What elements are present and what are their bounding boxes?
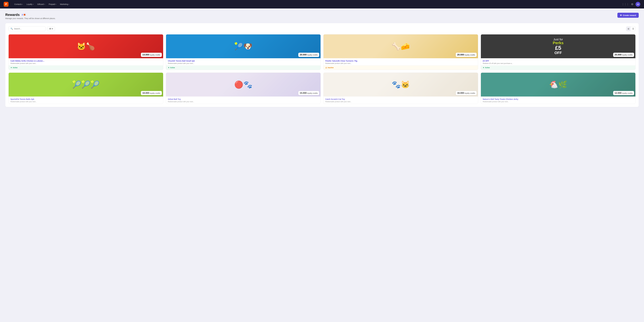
- active-status-icon: ✦: [10, 66, 12, 69]
- contacts-chevron-icon: ▾: [22, 4, 23, 5]
- apps-grid-icon[interactable]: ⋮⋮⋮: [622, 3, 629, 6]
- rewards-count-badge: 8 🎁: [21, 13, 26, 16]
- loyalty-chevron-icon: ▾: [33, 4, 34, 5]
- navbar: P Contacts ▾ Loyalty ▾ Giftcard ▾ Prepai…: [0, 0, 644, 8]
- sportspet-product-image: 🎾🎾🎾: [72, 80, 100, 89]
- reward-info-5: SportsPet Tennis Balls 3pk Redeemable pr…: [8, 96, 163, 104]
- page-content: Rewards 8 🎁 Manage your rewards. They wi…: [0, 8, 644, 111]
- avatar[interactable]: JD: [636, 2, 640, 6]
- reward-status-3: ⚠ Inactive: [324, 66, 478, 70]
- natures-product-image: 🐔🌿: [549, 80, 567, 89]
- active-status-icon-2: ✦: [168, 66, 170, 69]
- catit-product-image: 🐱🍗: [77, 42, 95, 51]
- credits-badge-4: 25.000 loyalty credits: [613, 53, 634, 57]
- perks-off-text: OFF: [553, 51, 564, 55]
- create-reward-button[interactable]: ⊕ Create reward: [618, 13, 639, 18]
- credits-badge-5: 18.000 loyalty credits: [141, 91, 162, 95]
- reward-card-2[interactable]: 🎾🐶 20.000 loyalty credits Chuckit! Tenni…: [166, 34, 321, 70]
- prepaid-chevron-icon: ▾: [56, 4, 56, 5]
- rewards-content-card: 🔍 All ▾ ⊞ ☰ 🐱🍗 14.000 loyalty credit: [5, 23, 639, 107]
- search-box[interactable]: 🔍: [8, 26, 46, 31]
- nav-right: ⋮⋮⋮ ⚙ JD: [622, 2, 640, 6]
- nav-prepaid[interactable]: Prepaid ▾: [47, 2, 58, 6]
- reward-image-gigwi: 🔴🐾 15.000 loyalty credits: [166, 73, 320, 96]
- filter-dropdown[interactable]: All ▾: [47, 26, 55, 31]
- reward-name-4: £5 OFF: [483, 60, 634, 62]
- view-toggle: ⊞ ☰: [626, 26, 636, 31]
- reward-info-7: Catch Scratch Cat Toy Redeemable product…: [324, 96, 478, 104]
- reward-image-perks: Just for Perks £5 OFF 25.000 loyalty cre…: [481, 34, 636, 58]
- reward-info-4: £5 OFF Redeem £5 off with your next purc…: [481, 58, 636, 66]
- search-input[interactable]: [14, 28, 44, 30]
- toolbar: 🔍 All ▾ ⊞ ☰: [8, 26, 636, 31]
- settings-icon[interactable]: ⚙: [631, 3, 634, 6]
- credits-badge-8: 12.000 loyalty credits: [613, 91, 634, 95]
- nav-loyalty[interactable]: Loyalty ▾: [25, 2, 35, 6]
- page-subtitle: Manage your rewards. They will be shown …: [5, 17, 56, 20]
- plus-icon: ⊕: [620, 14, 622, 16]
- reward-card-5[interactable]: 🎾🎾🎾 18.000 loyalty credits SportsPet Ten…: [8, 72, 163, 104]
- reward-image-natures: 🐔🌿 12.000 loyalty credits: [481, 73, 636, 96]
- reward-card-8[interactable]: 🐔🌿 12.000 loyalty credits Nature's Deli …: [481, 72, 636, 104]
- gift-badge-icon: 🎁: [24, 14, 26, 16]
- reward-status-4: ✦ Active: [481, 66, 636, 70]
- reward-name-8: Nature's Deli Tasty Treats Chicken Jerky: [483, 98, 634, 100]
- credits-badge-1: 14.000 loyalty credits: [141, 53, 162, 57]
- page-title-section: Rewards 8 🎁 Manage your rewards. They wi…: [5, 13, 56, 20]
- active-status-icon-4: ✦: [483, 66, 484, 69]
- filter-chevron-icon: ▾: [52, 28, 53, 30]
- reward-info-2: Chuckit! Tennis Ball Small 2pk Redeemabl…: [166, 58, 320, 66]
- rewards-grid: 🐱🍗 14.000 loyalty credits Catit Nibbly G…: [8, 34, 636, 104]
- reward-status-2: ✦ Active: [166, 66, 320, 70]
- gigwi-product-image: 🔴🐾: [234, 80, 252, 89]
- logo[interactable]: P: [4, 2, 8, 6]
- credits-badge-7: 16.000 loyalty credits: [456, 91, 477, 95]
- reward-desc-2: Redeemable product with your next...: [168, 62, 319, 64]
- reward-info-8: Nature's Deli Tasty Treats Chicken Jerky…: [481, 96, 636, 104]
- page-header: Rewards 8 🎁 Manage your rewards. They wi…: [5, 13, 639, 20]
- nav-giftcard[interactable]: Giftcard ▾: [36, 2, 46, 6]
- perks-just-text: Just for: [553, 38, 564, 41]
- reward-desc-4: Redeem £5 off with your next purchase a.…: [483, 62, 634, 64]
- reward-info-1: Catit Nibbly Grills Chicken & Lobster...…: [8, 58, 163, 66]
- page-title: Rewards: [5, 13, 20, 17]
- giftcard-chevron-icon: ▾: [44, 4, 45, 5]
- reward-desc-6: Redeemable product with your next...: [168, 101, 319, 102]
- reward-image-sportspet: 🎾🎾🎾 18.000 loyalty credits: [8, 73, 163, 96]
- reward-card-4[interactable]: Just for Perks £5 OFF 25.000 loyalty cre…: [481, 34, 636, 70]
- reward-desc-7: Redeemable product with your next...: [325, 101, 476, 102]
- reward-info-3: Petello Yaksmilk Chew Turmeric 75g Redee…: [324, 58, 478, 66]
- reward-image-catit: 🐱🍗 14.000 loyalty credits: [8, 34, 163, 58]
- title-row: Rewards 8 🎁: [5, 13, 56, 17]
- yak-product-image: 🦴🧀: [392, 42, 410, 51]
- search-icon: 🔍: [10, 28, 13, 30]
- reward-desc-5: Redeemable product with your next...: [10, 101, 161, 102]
- reward-desc-1: Redeemable product with your next...: [10, 62, 161, 64]
- perks-perks-text: Perks: [553, 41, 564, 45]
- credits-badge-6: 15.000 loyalty credits: [298, 91, 319, 95]
- reward-status-1: ✦ Active: [8, 66, 163, 70]
- perks-amount: £5: [553, 45, 564, 51]
- reward-name-1: Catit Nibbly Grills Chicken & Lobster...: [10, 60, 161, 62]
- reward-card-7[interactable]: 🐾🐱 16.000 loyalty credits Catch Scratch …: [323, 72, 478, 104]
- reward-image-yak: 🦴🧀 20.000 loyalty credits: [324, 34, 478, 58]
- reward-image-chuckit: 🎾🐶 20.000 loyalty credits: [166, 34, 320, 58]
- inactive-status-icon: ⚠: [325, 66, 327, 69]
- nav-marketing[interactable]: Marketing ▾: [58, 2, 71, 6]
- reward-info-6: GiGwi Ball Toy Redeemable product with y…: [166, 96, 320, 104]
- reward-card-1[interactable]: 🐱🍗 14.000 loyalty credits Catit Nibbly G…: [8, 34, 163, 70]
- reward-desc-3: Redeemable product with your next...: [325, 62, 476, 64]
- reward-name-7: Catch Scratch Cat Toy: [325, 98, 476, 100]
- reward-name-5: SportsPet Tennis Balls 3pk: [10, 98, 161, 100]
- reward-name-2: Chuckit! Tennis Ball Small 2pk: [168, 60, 319, 62]
- grid-view-button[interactable]: ⊞: [626, 26, 631, 31]
- list-view-button[interactable]: ☰: [631, 26, 636, 31]
- reward-card-6[interactable]: 🔴🐾 15.000 loyalty credits GiGwi Ball Toy…: [166, 72, 321, 104]
- reward-card-3[interactable]: 🦴🧀 20.000 loyalty credits Petello Yaksmi…: [323, 34, 478, 70]
- credits-badge-2: 20.000 loyalty credits: [298, 53, 319, 57]
- nav-contacts[interactable]: Contacts ▾: [13, 2, 24, 6]
- credits-badge-3: 20.000 loyalty credits: [456, 53, 477, 57]
- chuckit-product-image: 🎾🐶: [234, 42, 252, 51]
- nav-items: Contacts ▾ Loyalty ▾ Giftcard ▾ Prepaid …: [13, 2, 618, 6]
- reward-desc-8: Redeemable product with your next...: [483, 101, 634, 102]
